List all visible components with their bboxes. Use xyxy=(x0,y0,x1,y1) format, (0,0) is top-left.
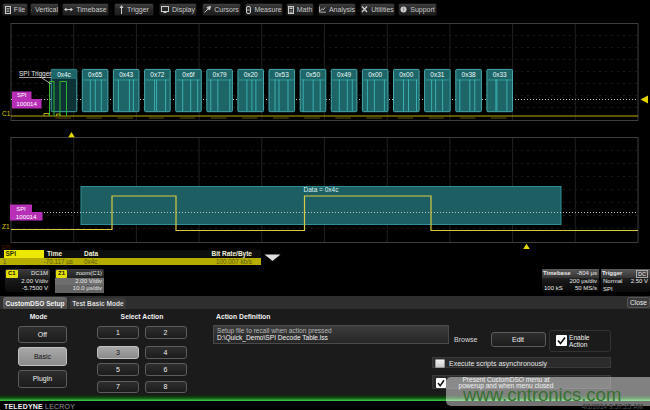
svg-text:0x72: 0x72 xyxy=(150,71,164,78)
svg-text:SPI: SPI xyxy=(16,206,26,212)
svg-text:0x65: 0x65 xyxy=(88,71,102,78)
svg-text:Data = 0x4c: Data = 0x4c xyxy=(304,186,340,193)
svg-text:SPI: SPI xyxy=(17,92,27,98)
svg-text:0x4c: 0x4c xyxy=(57,71,71,78)
svg-text:0x49: 0x49 xyxy=(337,71,351,78)
svg-text:0x00: 0x00 xyxy=(368,71,382,78)
svg-text:0x20: 0x20 xyxy=(244,71,258,78)
svg-text:SPI Trigger: SPI Trigger xyxy=(19,70,52,78)
svg-text:0x38: 0x38 xyxy=(462,71,476,78)
svg-text:0x31: 0x31 xyxy=(430,71,444,78)
svg-text:0x50: 0x50 xyxy=(306,71,320,78)
svg-text:0x53: 0x53 xyxy=(275,71,289,78)
svg-text:C1: C1 xyxy=(2,110,11,117)
svg-text:100014: 100014 xyxy=(16,100,37,107)
svg-text:0x6f: 0x6f xyxy=(182,71,194,78)
svg-text:0x33: 0x33 xyxy=(493,71,507,78)
svg-text:0x79: 0x79 xyxy=(213,71,227,78)
svg-text:Z1: Z1 xyxy=(2,223,10,230)
svg-text:100014: 100014 xyxy=(16,213,37,220)
svg-text:0x00: 0x00 xyxy=(399,71,413,78)
svg-text:0x43: 0x43 xyxy=(119,71,133,78)
